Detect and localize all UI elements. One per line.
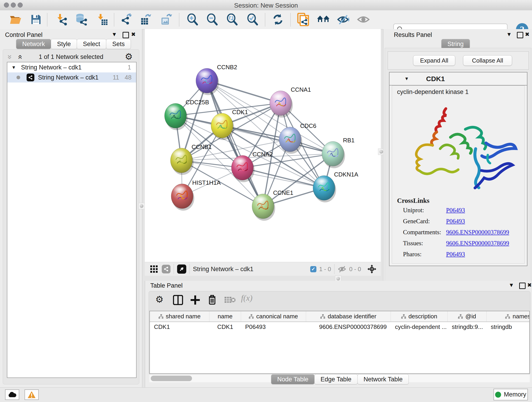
birdseye-view-icon[interactable] bbox=[177, 264, 186, 274]
control-panel-close-icon[interactable]: ✖ bbox=[131, 31, 136, 38]
network-node-cdc25b[interactable]: CDC25B bbox=[165, 99, 209, 130]
network-node-cdk1[interactable]: CDK1 bbox=[211, 109, 248, 140]
hide-selected-button[interactable] bbox=[337, 13, 350, 26]
tab-network-table[interactable]: Network Table bbox=[357, 374, 409, 384]
control-panel-menu-icon[interactable]: ▼ bbox=[112, 31, 117, 38]
export-table-icon bbox=[140, 13, 152, 26]
tab-network[interactable]: Network bbox=[16, 39, 51, 49]
zoom-fit-icon bbox=[226, 13, 238, 26]
network-options-gear-icon[interactable]: ⚙ bbox=[125, 51, 133, 62]
tab-edge-table[interactable]: Edge Table bbox=[314, 374, 358, 384]
export-network-button[interactable] bbox=[120, 13, 133, 26]
cloud-status-button[interactable] bbox=[5, 389, 19, 400]
network-graph[interactable]: CCNB2CCNA1CDC25BCDK1CDC6RB1CCNB1CCNA2CDK… bbox=[145, 29, 381, 262]
network-view-type-icon[interactable] bbox=[162, 265, 171, 274]
network-edge[interactable] bbox=[207, 81, 263, 206]
network-type-icon bbox=[27, 74, 34, 81]
crosslink-row: Tissues:9606.ENSP00000378699 bbox=[403, 240, 522, 247]
network-node-ccna1[interactable]: CCNA1 bbox=[270, 86, 311, 118]
table-body: CDK1CDK1P064939606.ENSP00000378699cyclin… bbox=[150, 322, 529, 332]
export-table-button[interactable] bbox=[139, 13, 153, 26]
tab-style[interactable]: Style bbox=[51, 39, 77, 49]
network-collection-row[interactable]: ▼ String Network – cdk1 1 bbox=[7, 62, 136, 72]
network-node-ccne1[interactable]: CCNE1 bbox=[252, 189, 293, 221]
network-label: String Network – cdk1 bbox=[38, 74, 99, 81]
protein-card-header[interactable]: ▼ CDK1 bbox=[389, 72, 527, 85]
delete-table-icon[interactable] bbox=[225, 296, 235, 304]
control-panel: Control Panel ▼ ✖ NetworkStyleSelectSets… bbox=[0, 29, 142, 387]
houses-icon bbox=[317, 14, 330, 25]
delete-column-trash-icon[interactable] bbox=[208, 294, 217, 305]
table-panel-float-icon[interactable] bbox=[519, 283, 526, 289]
column-header-namespace[interactable]: namespace bbox=[487, 311, 530, 322]
column-header-database-identifier[interactable]: database identifier bbox=[306, 311, 391, 322]
collapse-all-button[interactable]: Collapse All bbox=[463, 55, 512, 66]
warning-status-button[interactable] bbox=[25, 389, 39, 400]
results-panel-close-icon[interactable]: ✖ bbox=[525, 31, 530, 38]
crosslink-value-link[interactable]: P06493 bbox=[446, 207, 465, 214]
import-network-file-button[interactable] bbox=[55, 13, 69, 26]
network-tree: ▼ String Network – cdk1 1 String Network… bbox=[7, 62, 137, 378]
crosslink-value-link[interactable]: P06493 bbox=[446, 251, 465, 258]
save-session-button[interactable] bbox=[29, 13, 43, 26]
node-label: CCNA1 bbox=[291, 86, 311, 93]
memory-button[interactable]: Memory bbox=[494, 389, 528, 400]
string-protein-query-button[interactable] bbox=[297, 13, 310, 26]
zoom-in-button[interactable] bbox=[186, 13, 199, 26]
network-canvas[interactable]: CCNB2CCNA1CDC25BCDK1CDC6RB1CCNB1CCNA2CDK… bbox=[145, 29, 381, 262]
network-node-rb1[interactable]: RB1 bbox=[322, 137, 355, 168]
table-row[interactable]: CDK1CDK1P064939606.ENSP00000378699cyclin… bbox=[150, 322, 529, 332]
scrollbar-thumb[interactable] bbox=[151, 376, 192, 381]
results-panel-float-icon[interactable] bbox=[517, 32, 523, 38]
column-header-shared-name[interactable]: shared name bbox=[150, 311, 209, 322]
column-header-canonical-name[interactable]: canonical name bbox=[241, 311, 306, 322]
zoom-selected-button[interactable] bbox=[246, 13, 259, 26]
import-network-database-button[interactable] bbox=[75, 13, 88, 26]
table-settings-gear-icon[interactable]: ⚙ bbox=[155, 294, 164, 305]
node-table[interactable]: shared namenamecanonical namedatabase id… bbox=[149, 311, 530, 374]
export-image-button[interactable] bbox=[159, 13, 173, 26]
protein-detail-area: cyclin-dependent kinase 1 bbox=[392, 85, 525, 264]
zoom-out-button[interactable] bbox=[206, 13, 219, 26]
show-all-button[interactable] bbox=[357, 13, 370, 26]
protein-collapse-icon[interactable]: ▼ bbox=[404, 76, 409, 81]
memory-status-dot bbox=[495, 392, 501, 398]
results-panel-title: Results Panel bbox=[394, 32, 432, 38]
network-node-cdkn1a[interactable]: CDKN1A bbox=[313, 171, 358, 202]
control-panel-divider-handle[interactable] bbox=[138, 203, 145, 209]
network-edge-count: 48 bbox=[125, 74, 132, 81]
first-neighbors-button[interactable] bbox=[317, 13, 330, 26]
expand-all-button[interactable]: Expand All bbox=[413, 55, 455, 66]
crosslink-value-link[interactable]: P06493 bbox=[446, 218, 465, 225]
apply-layout-button[interactable] bbox=[271, 13, 285, 26]
function-builder-icon[interactable]: f(x) bbox=[241, 293, 253, 303]
tab-node-table[interactable]: Node Table bbox=[271, 374, 315, 384]
selected-count-checkbox[interactable]: ✓ bbox=[310, 266, 317, 272]
column-header-description[interactable]: description bbox=[391, 311, 448, 322]
collection-expand-icon[interactable]: ▼ bbox=[12, 65, 16, 70]
results-panel-menu-icon[interactable]: ▼ bbox=[506, 31, 512, 38]
crosslink-value-link[interactable]: 9606.ENSP00000378699 bbox=[446, 240, 509, 247]
network-row[interactable]: String Network – cdk1 11 48 bbox=[7, 72, 136, 83]
tab-sets[interactable]: Sets bbox=[106, 39, 131, 49]
network-node-hist1h1a[interactable]: HIST1H1A bbox=[171, 179, 221, 211]
pan-crosshair-icon[interactable] bbox=[367, 264, 377, 274]
table-panel-close-icon[interactable]: ✖ bbox=[527, 282, 532, 288]
zoom-fit-button[interactable] bbox=[225, 13, 239, 26]
add-column-icon[interactable] bbox=[190, 295, 200, 305]
table-panel-menu-icon[interactable]: ▼ bbox=[509, 282, 514, 288]
crosslinks-list: Uniprot:P06493GeneCard:P06493Compartment… bbox=[403, 207, 522, 262]
column-header-id[interactable]: @id bbox=[448, 311, 487, 322]
control-panel-float-icon[interactable] bbox=[123, 32, 129, 38]
toolbar-separator bbox=[290, 13, 291, 26]
open-file-button[interactable] bbox=[9, 13, 22, 26]
grid-view-icon[interactable] bbox=[150, 265, 158, 273]
tab-select[interactable]: Select bbox=[77, 39, 106, 49]
network-node-cdc6[interactable]: CDC6 bbox=[279, 122, 317, 154]
import-table-file-button[interactable] bbox=[96, 13, 109, 26]
show-columns-icon[interactable] bbox=[173, 295, 183, 305]
tab-string[interactable]: String bbox=[441, 39, 470, 49]
column-header-name[interactable]: name bbox=[209, 311, 241, 322]
crosslink-value-link[interactable]: 9606.ENSP00000378699 bbox=[446, 229, 509, 236]
network-node-ccnb2[interactable]: CCNB2 bbox=[196, 64, 237, 95]
